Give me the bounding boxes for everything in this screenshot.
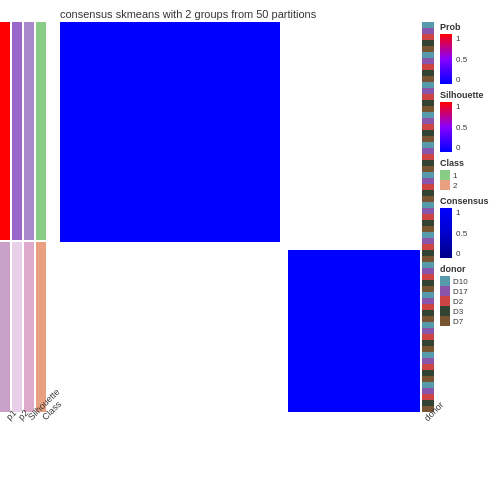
p1-bar-wrapper xyxy=(0,22,10,412)
legend-consensus-max: 1 xyxy=(456,208,467,217)
donor-bar-wrapper xyxy=(422,22,434,412)
legend-donor-color-d7 xyxy=(440,316,450,326)
svg-rect-6 xyxy=(24,242,34,412)
svg-rect-0 xyxy=(0,22,10,240)
legend-prob: Prob 1 0.5 0 xyxy=(440,22,504,84)
legend-donor-item-d7: D7 xyxy=(440,316,504,326)
legend-donor-label-d3: D3 xyxy=(453,307,463,316)
left-annotation-bars xyxy=(0,22,58,412)
legend-class-color-1 xyxy=(440,170,450,180)
legend-consensus-gradient xyxy=(440,208,452,258)
heatmap-block-bottomright xyxy=(288,250,420,412)
p2-bar-wrapper xyxy=(12,22,22,412)
legend-prob-min: 0 xyxy=(456,75,467,84)
p2-bar xyxy=(12,22,22,412)
legend-silhouette-labels: 1 0.5 0 xyxy=(456,102,467,152)
legend-prob-max: 1 xyxy=(456,34,467,43)
svg-rect-3 xyxy=(12,22,22,240)
svg-rect-7 xyxy=(36,22,46,240)
legend-donor-label-d2: D2 xyxy=(453,297,463,306)
class-bar xyxy=(36,22,46,412)
legend-donor-item-d17: D17 xyxy=(440,286,504,296)
legend-donor-item-d3: D3 xyxy=(440,306,504,316)
legend-consensus-mid: 0.5 xyxy=(456,229,467,238)
legend-donor-item-d10: D10 xyxy=(440,276,504,286)
legend-donor: donor D10 D17 D2 D3 D7 xyxy=(440,264,504,326)
legend-donor-title: donor xyxy=(440,264,504,274)
legend-class-color-2 xyxy=(440,180,450,190)
legend-silhouette-title: Silhouette xyxy=(440,90,504,100)
heatmap-block-bottomleft xyxy=(60,242,288,412)
legend-area: Prob 1 0.5 0 Silhouette 1 0.5 0 xyxy=(440,22,504,332)
legend-consensus-title: Consensus xyxy=(440,196,504,206)
chart-title: consensus skmeans with 2 groups from 50 … xyxy=(60,8,316,20)
legend-class: Class 1 2 xyxy=(440,158,504,190)
legend-donor-color-d3 xyxy=(440,306,450,316)
legend-donor-item-d2: D2 xyxy=(440,296,504,306)
legend-prob-gradient xyxy=(440,34,452,84)
silhouette-bar-wrapper xyxy=(24,22,34,412)
class-bar-wrapper xyxy=(36,22,46,412)
silhouette-bar xyxy=(24,22,34,412)
donor-bar xyxy=(422,22,434,412)
p1-bar xyxy=(0,22,10,412)
heatmap-area xyxy=(60,22,420,412)
legend-class-label-1: 1 xyxy=(453,171,457,180)
legend-silhouette-max: 1 xyxy=(456,102,467,111)
legend-consensus-labels: 1 0.5 0 xyxy=(456,208,467,258)
legend-consensus: Consensus 1 0.5 0 xyxy=(440,196,504,258)
legend-donor-label-d10: D10 xyxy=(453,277,468,286)
legend-silhouette-min: 0 xyxy=(456,143,467,152)
legend-donor-label-d7: D7 xyxy=(453,317,463,326)
legend-prob-labels: 1 0.5 0 xyxy=(456,34,467,84)
x-axis-labels: p1 p2 Silhouette Class xyxy=(0,415,60,504)
legend-silhouette-mid: 0.5 xyxy=(456,123,467,132)
legend-donor-color-d10 xyxy=(440,276,450,286)
legend-prob-mid: 0.5 xyxy=(456,55,467,64)
heatmap-block-topright xyxy=(280,22,420,250)
main-container: consensus skmeans with 2 groups from 50 … xyxy=(0,0,504,504)
legend-class-title: Class xyxy=(440,158,504,168)
svg-rect-5 xyxy=(24,22,34,240)
legend-prob-title: Prob xyxy=(440,22,504,32)
legend-consensus-min: 0 xyxy=(456,249,467,258)
svg-rect-1 xyxy=(0,242,10,412)
legend-silhouette: Silhouette 1 0.5 0 xyxy=(440,90,504,152)
svg-rect-4 xyxy=(12,242,22,412)
legend-class-label-2: 2 xyxy=(453,181,457,190)
legend-class-item-1: 1 xyxy=(440,170,504,180)
legend-donor-color-d17 xyxy=(440,286,450,296)
legend-class-item-2: 2 xyxy=(440,180,504,190)
heatmap-block-topleft xyxy=(60,22,280,242)
legend-donor-label-d17: D17 xyxy=(453,287,468,296)
legend-donor-color-d2 xyxy=(440,296,450,306)
legend-silhouette-gradient xyxy=(440,102,452,152)
svg-rect-8 xyxy=(36,242,46,412)
